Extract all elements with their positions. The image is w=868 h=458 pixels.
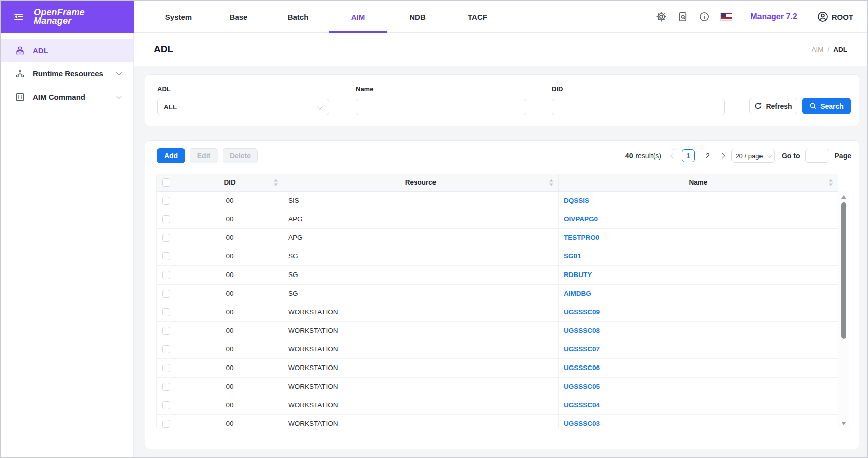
table-header: DID Resource Name — [157, 174, 838, 191]
tab-ndb[interactable]: NDB — [388, 1, 448, 33]
row-name-link[interactable]: UGSSSC08 — [564, 327, 600, 334]
filter-panel: ADL ALL Name DID — [145, 74, 859, 126]
sidebar-item-adl[interactable]: ADL — [1, 39, 133, 62]
breadcrumb-current: ADL — [833, 46, 847, 53]
goto-page-input[interactable] — [805, 149, 829, 163]
row-checkbox[interactable] — [162, 308, 170, 316]
tab-batch[interactable]: Batch — [268, 1, 328, 33]
select-all-checkbox[interactable] — [162, 178, 170, 187]
document-search-icon[interactable] — [677, 11, 688, 22]
row-checkbox-cell — [157, 210, 176, 228]
row-checkbox[interactable] — [162, 327, 170, 335]
cell-resource: WORKSTATION — [283, 340, 559, 358]
column-header-name[interactable]: Name — [559, 174, 838, 191]
row-name-link[interactable]: SG01 — [564, 252, 581, 260]
adl-table: DID Resource Name — [156, 174, 838, 428]
row-checkbox-cell — [157, 414, 176, 428]
row-checkbox[interactable] — [162, 383, 170, 391]
logo-block: OpenFrame Manager — [1, 1, 134, 33]
name-input[interactable] — [356, 99, 526, 115]
tab-aim[interactable]: AIM — [328, 1, 388, 33]
result-count-suffix: result(s) — [635, 152, 661, 160]
adl-select[interactable]: ALL — [157, 99, 329, 115]
row-name-link[interactable]: DQSSIS — [564, 197, 589, 204]
table-row: 00 WORKSTATION UGSSSC06 — [157, 358, 838, 377]
sort-icon[interactable] — [549, 179, 553, 186]
row-name-link[interactable]: UGSSSC06 — [564, 364, 600, 372]
row-checkbox[interactable] — [162, 234, 170, 242]
sort-icon[interactable] — [829, 179, 833, 186]
row-name-link[interactable]: UGSSSC03 — [564, 420, 600, 427]
row-checkbox[interactable] — [162, 290, 170, 298]
user-name: ROOT — [832, 13, 853, 21]
table-row: 00 SG AIMDBG — [157, 284, 838, 303]
scrollbar-thumb[interactable] — [841, 202, 846, 339]
tab-tacf[interactable]: TACF — [448, 1, 507, 33]
column-label: Name — [689, 178, 708, 186]
chevron-down-icon — [116, 93, 122, 99]
refresh-button[interactable]: Refresh — [749, 98, 797, 114]
sort-icon[interactable] — [274, 179, 278, 186]
sidebar-item-aim-command[interactable]: AIM Command — [1, 85, 133, 108]
table-row: 00 APG TESTPRO0 — [157, 228, 838, 247]
row-checkbox[interactable] — [162, 252, 170, 260]
column-header-resource[interactable]: Resource — [283, 174, 559, 191]
table-row: 00 SG RDBUTY — [157, 265, 838, 284]
version-label[interactable]: Manager 7.2 — [750, 12, 797, 21]
row-checkbox[interactable] — [162, 401, 170, 409]
delete-button[interactable]: Delete — [223, 148, 258, 163]
add-button[interactable]: Add — [157, 148, 185, 163]
user-icon — [817, 11, 828, 22]
row-name-link[interactable]: AIMDBG — [564, 290, 591, 297]
pagination: 40 result(s) 1 2 20 / page Go to Page — [625, 149, 851, 163]
user-menu[interactable]: ROOT — [817, 11, 853, 22]
tab-base[interactable]: Base — [208, 1, 268, 33]
cell-name: UGSSSC09 — [559, 303, 838, 321]
page-button-1[interactable]: 1 — [682, 149, 695, 162]
row-name-link[interactable]: RDBUTY — [564, 271, 592, 279]
scroll-up-icon[interactable] — [841, 195, 846, 199]
filter-field-adl: ADL ALL — [157, 85, 329, 115]
row-checkbox[interactable] — [162, 197, 170, 205]
collapse-sidebar-icon[interactable] — [13, 11, 25, 23]
row-checkbox[interactable] — [162, 345, 170, 353]
row-name-link[interactable]: TESTPRO0 — [564, 234, 599, 241]
sidebar-item-runtime-resources[interactable]: Runtime Resources — [1, 62, 133, 85]
app-window: OpenFrame Manager System Base Batch AIM … — [0, 0, 868, 458]
did-input[interactable] — [552, 99, 725, 115]
vertical-scrollbar — [838, 191, 849, 428]
tab-system[interactable]: System — [149, 1, 208, 33]
next-page-icon[interactable] — [719, 153, 725, 158]
cell-name: DQSSIS — [559, 191, 838, 210]
filter-actions: Refresh Search — [749, 98, 851, 114]
scroll-down-icon[interactable] — [841, 422, 846, 425]
row-name-link[interactable]: UGSSSC07 — [564, 345, 600, 353]
cell-resource: SG — [283, 247, 559, 265]
row-name-link[interactable]: UGSSSC05 — [564, 383, 600, 390]
header-right: Manager 7.2 ROOT — [645, 1, 853, 33]
row-checkbox[interactable] — [162, 271, 170, 279]
us-flag-icon[interactable] — [720, 13, 732, 21]
search-button[interactable]: Search — [802, 98, 851, 114]
page-button-2[interactable]: 2 — [701, 149, 714, 162]
row-checkbox[interactable] — [162, 364, 170, 372]
cell-did: 00 — [176, 191, 283, 210]
info-icon[interactable] — [699, 11, 710, 22]
row-name-link[interactable]: OIVPAPG0 — [564, 215, 598, 223]
breadcrumb-parent[interactable]: AIM — [811, 46, 823, 53]
prev-page-icon[interactable] — [670, 153, 676, 158]
row-name-link[interactable]: UGSSSC04 — [564, 401, 600, 409]
cell-resource: SG — [283, 284, 559, 303]
column-header-did[interactable]: DID — [176, 174, 283, 191]
table-row: 00 WORKSTATION UGSSSC09 — [157, 303, 838, 321]
row-name-link[interactable]: UGSSSC09 — [564, 308, 600, 316]
page-size-select[interactable]: 20 / page — [731, 149, 775, 163]
row-checkbox[interactable] — [162, 420, 170, 428]
cell-name: SG01 — [559, 247, 838, 265]
edit-button[interactable]: Edit — [190, 148, 218, 163]
cell-did: 00 — [176, 228, 283, 247]
cell-did: 00 — [176, 303, 283, 321]
gear-icon[interactable] — [656, 11, 667, 22]
row-checkbox[interactable] — [162, 215, 170, 223]
filter-field-did: DID — [552, 85, 725, 115]
